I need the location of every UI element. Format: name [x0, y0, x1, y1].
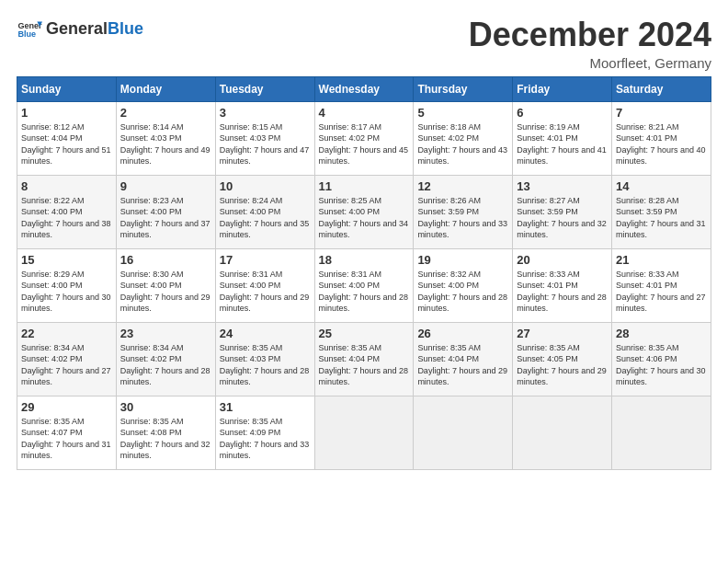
day-info: Sunrise: 8:14 AMSunset: 4:03 PMDaylight:…	[120, 122, 210, 167]
header-thursday: Thursday	[414, 76, 513, 101]
day-info: Sunrise: 8:31 AMSunset: 4:00 PMDaylight:…	[220, 270, 310, 314]
day-number: 14	[616, 179, 707, 193]
day-number: 26	[417, 327, 508, 340]
calendar-cell: 15Sunrise: 8:29 AMSunset: 4:00 PMDayligh…	[17, 248, 117, 322]
logo-text: GeneralBlue	[46, 19, 143, 40]
day-info: Sunrise: 8:31 AMSunset: 4:00 PMDaylight:…	[319, 270, 409, 314]
week-row-2: 8Sunrise: 8:22 AMSunset: 4:00 PMDaylight…	[17, 175, 711, 248]
header-saturday: Saturday	[612, 76, 711, 101]
calendar-cell: 29Sunrise: 8:35 AMSunset: 4:07 PMDayligh…	[17, 396, 117, 469]
calendar-cell: 6Sunrise: 8:19 AMSunset: 4:01 PMDaylight…	[513, 101, 612, 175]
day-number: 8	[21, 179, 112, 193]
day-number: 22	[21, 327, 112, 340]
day-info: Sunrise: 8:33 AMSunset: 4:01 PMDaylight:…	[616, 270, 706, 314]
day-info: Sunrise: 8:19 AMSunset: 4:01 PMDaylight:…	[517, 122, 607, 167]
day-info: Sunrise: 8:35 AMSunset: 4:09 PMDaylight:…	[220, 417, 310, 461]
calendar-cell: 28Sunrise: 8:35 AMSunset: 4:06 PMDayligh…	[612, 322, 711, 396]
day-info: Sunrise: 8:35 AMSunset: 4:05 PMDaylight:…	[517, 343, 607, 387]
logo: General Blue GeneralBlue	[17, 17, 143, 42]
calendar-cell	[414, 396, 513, 469]
calendar-cell: 26Sunrise: 8:35 AMSunset: 4:04 PMDayligh…	[414, 322, 513, 396]
day-number: 21	[616, 253, 707, 267]
calendar-cell: 3Sunrise: 8:15 AMSunset: 4:03 PMDaylight…	[215, 101, 314, 175]
day-number: 28	[616, 327, 707, 340]
day-number: 6	[517, 106, 608, 120]
header-tuesday: Tuesday	[215, 76, 314, 101]
header-friday: Friday	[513, 76, 612, 101]
calendar-cell: 14Sunrise: 8:28 AMSunset: 3:59 PMDayligh…	[612, 175, 711, 248]
day-number: 10	[220, 179, 311, 193]
svg-text:Blue: Blue	[17, 29, 36, 39]
calendar-cell: 16Sunrise: 8:30 AMSunset: 4:00 PMDayligh…	[116, 248, 215, 322]
day-info: Sunrise: 8:26 AMSunset: 3:59 PMDaylight:…	[417, 196, 507, 240]
calendar-cell: 24Sunrise: 8:35 AMSunset: 4:03 PMDayligh…	[215, 322, 314, 396]
day-number: 5	[417, 106, 508, 120]
calendar-cell: 1Sunrise: 8:12 AMSunset: 4:04 PMDaylight…	[17, 101, 117, 175]
calendar-cell: 7Sunrise: 8:21 AMSunset: 4:01 PMDaylight…	[612, 101, 711, 175]
header-sunday: Sunday	[17, 76, 117, 101]
day-info: Sunrise: 8:24 AMSunset: 4:00 PMDaylight:…	[220, 196, 310, 240]
calendar-cell: 8Sunrise: 8:22 AMSunset: 4:00 PMDaylight…	[17, 175, 117, 248]
calendar-cell	[314, 396, 414, 469]
header-wednesday: Wednesday	[314, 76, 414, 101]
day-info: Sunrise: 8:28 AMSunset: 3:59 PMDaylight:…	[616, 196, 706, 240]
calendar-cell: 27Sunrise: 8:35 AMSunset: 4:05 PMDayligh…	[513, 322, 612, 396]
calendar-cell: 25Sunrise: 8:35 AMSunset: 4:04 PMDayligh…	[314, 322, 414, 396]
week-row-1: 1Sunrise: 8:12 AMSunset: 4:04 PMDaylight…	[17, 101, 711, 175]
calendar-cell: 20Sunrise: 8:33 AMSunset: 4:01 PMDayligh…	[513, 248, 612, 322]
header-row: General Blue GeneralBlue December 2024 M…	[17, 17, 711, 71]
day-info: Sunrise: 8:23 AMSunset: 4:00 PMDaylight:…	[120, 196, 210, 240]
day-info: Sunrise: 8:32 AMSunset: 4:00 PMDaylight:…	[417, 270, 507, 314]
calendar-table: SundayMondayTuesdayWednesdayThursdayFrid…	[17, 76, 711, 470]
day-info: Sunrise: 8:35 AMSunset: 4:04 PMDaylight:…	[417, 343, 507, 387]
day-number: 19	[417, 253, 508, 267]
calendar-cell: 10Sunrise: 8:24 AMSunset: 4:00 PMDayligh…	[215, 175, 314, 248]
day-number: 20	[517, 253, 608, 267]
day-number: 17	[220, 253, 311, 267]
calendar-cell: 2Sunrise: 8:14 AMSunset: 4:03 PMDaylight…	[116, 101, 215, 175]
day-number: 24	[220, 327, 311, 340]
day-number: 13	[517, 179, 608, 193]
header-monday: Monday	[116, 76, 215, 101]
calendar-cell	[513, 396, 612, 469]
logo-icon: General Blue	[17, 17, 42, 42]
calendar-cell: 18Sunrise: 8:31 AMSunset: 4:00 PMDayligh…	[314, 248, 414, 322]
week-row-4: 22Sunrise: 8:34 AMSunset: 4:02 PMDayligh…	[17, 322, 711, 396]
day-info: Sunrise: 8:34 AMSunset: 4:02 PMDaylight:…	[21, 343, 111, 387]
calendar-cell: 12Sunrise: 8:26 AMSunset: 3:59 PMDayligh…	[414, 175, 513, 248]
day-number: 27	[517, 327, 608, 340]
day-info: Sunrise: 8:22 AMSunset: 4:00 PMDaylight:…	[21, 196, 111, 240]
day-info: Sunrise: 8:25 AMSunset: 4:00 PMDaylight:…	[319, 196, 409, 240]
day-info: Sunrise: 8:29 AMSunset: 4:00 PMDaylight:…	[21, 270, 111, 314]
calendar-cell	[612, 396, 711, 469]
day-number: 12	[417, 179, 508, 193]
day-number: 3	[220, 106, 311, 120]
day-info: Sunrise: 8:17 AMSunset: 4:02 PMDaylight:…	[319, 122, 409, 167]
day-number: 18	[319, 253, 410, 267]
day-info: Sunrise: 8:35 AMSunset: 4:03 PMDaylight:…	[220, 343, 310, 387]
day-info: Sunrise: 8:35 AMSunset: 4:04 PMDaylight:…	[319, 343, 409, 387]
day-info: Sunrise: 8:35 AMSunset: 4:07 PMDaylight:…	[21, 417, 111, 461]
week-row-5: 29Sunrise: 8:35 AMSunset: 4:07 PMDayligh…	[17, 396, 711, 469]
day-info: Sunrise: 8:18 AMSunset: 4:02 PMDaylight:…	[417, 122, 507, 167]
calendar-cell: 4Sunrise: 8:17 AMSunset: 4:02 PMDaylight…	[314, 101, 414, 175]
calendar-cell: 11Sunrise: 8:25 AMSunset: 4:00 PMDayligh…	[314, 175, 414, 248]
day-number: 11	[319, 179, 410, 193]
day-info: Sunrise: 8:27 AMSunset: 3:59 PMDaylight:…	[517, 196, 607, 240]
week-row-3: 15Sunrise: 8:29 AMSunset: 4:00 PMDayligh…	[17, 248, 711, 322]
day-info: Sunrise: 8:21 AMSunset: 4:01 PMDaylight:…	[616, 122, 706, 167]
day-number: 23	[120, 327, 211, 340]
day-info: Sunrise: 8:33 AMSunset: 4:01 PMDaylight:…	[517, 270, 607, 314]
calendar-cell: 19Sunrise: 8:32 AMSunset: 4:00 PMDayligh…	[414, 248, 513, 322]
day-number: 30	[120, 400, 211, 414]
calendar-cell: 13Sunrise: 8:27 AMSunset: 3:59 PMDayligh…	[513, 175, 612, 248]
day-number: 25	[319, 327, 410, 340]
title-block: December 2024 Moorfleet, Germany	[469, 17, 711, 71]
day-number: 7	[616, 106, 707, 120]
day-number: 2	[120, 106, 211, 120]
calendar-cell: 23Sunrise: 8:34 AMSunset: 4:02 PMDayligh…	[116, 322, 215, 396]
day-info: Sunrise: 8:35 AMSunset: 4:06 PMDaylight:…	[616, 343, 706, 387]
calendar-cell: 22Sunrise: 8:34 AMSunset: 4:02 PMDayligh…	[17, 322, 117, 396]
month-title: December 2024	[469, 17, 711, 53]
calendar-cell: 21Sunrise: 8:33 AMSunset: 4:01 PMDayligh…	[612, 248, 711, 322]
